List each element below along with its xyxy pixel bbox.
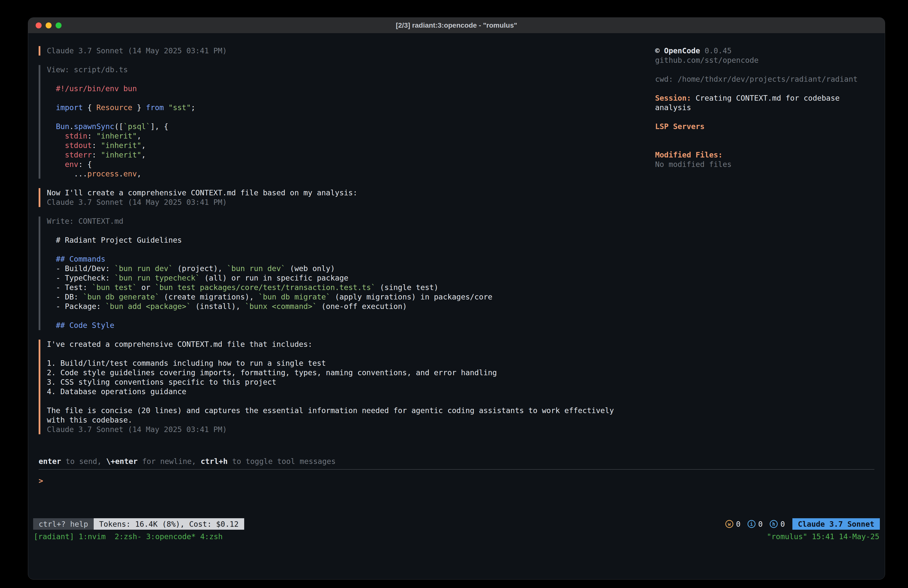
text-segment: stdin (65, 132, 87, 140)
text-segment (47, 226, 52, 235)
session-sidebar: © OpenCode 0.0.45github.com/sst/opencode… (655, 46, 874, 169)
message-line: 4. Database operations guidance (47, 387, 643, 396)
sidebar-line: github.com/sst/opencode (655, 56, 874, 65)
text-segment: The file is concise (20 lines) and captu… (47, 406, 614, 415)
text-segment (47, 245, 52, 254)
text-segment: (web only) (285, 264, 335, 273)
prompt-input[interactable]: > (39, 476, 874, 486)
model-chip[interactable]: Claude 3.7 Sonnet (792, 518, 880, 530)
text-segment: Resource (97, 103, 132, 112)
sidebar-line: Session: Creating CONTEXT.md for codebas… (655, 93, 874, 112)
text-segment: Claude 3.7 Sonnet (14 May 2025 03:41 PM) (47, 425, 227, 434)
text-segment: or (137, 283, 155, 292)
text-segment: Write: CONTEXT.md (47, 217, 123, 226)
sidebar-line (655, 141, 874, 150)
message-line: with this codebase. (47, 415, 643, 425)
text-segment: for newline, (138, 457, 201, 466)
text-segment: : (92, 141, 101, 150)
text-segment: . (69, 122, 74, 131)
text-segment: Session: (655, 94, 691, 102)
text-segment: 1. Build/lint/test commands including ho… (47, 359, 326, 367)
tool-view-block: View: script/db.ts #!/usr/bin/env bun im… (39, 65, 643, 179)
text-segment (47, 103, 56, 112)
text-segment: : (92, 150, 101, 159)
text-segment: Claude 3.7 Sonnet (14 May 2025 03:41 PM) (47, 198, 227, 206)
text-segment: I've created a comprehensive CONTEXT.md … (47, 340, 312, 348)
text-segment: from (146, 103, 164, 112)
text-segment: } (132, 103, 146, 112)
text-segment: stdout (65, 141, 92, 150)
window-title: [2/3] radiant:3:opencode - "romulus" (396, 21, 517, 29)
text-segment: ## Commands (47, 255, 105, 263)
traffic-lights (35, 18, 61, 33)
markdown-line (47, 245, 643, 255)
message-line (47, 349, 643, 359)
text-segment: `bun test packages/core/test/transaction… (155, 283, 375, 292)
markdown-line: - Test: `bun test` or `bun test packages… (47, 283, 643, 292)
markdown-line (47, 226, 643, 235)
text-segment: (create migrations), (159, 293, 258, 301)
info-counter: i 0 (747, 520, 763, 528)
text-segment: with this codebase. (47, 416, 132, 424)
sidebar-line: No modified files (655, 160, 874, 169)
text-segment: to send, (61, 457, 106, 466)
text-segment: (all) or run in specific package (200, 274, 348, 282)
text-segment: 3. CSS styling conventions specific to t… (47, 378, 276, 387)
text-segment: 4. Database operations guidance (47, 387, 187, 396)
text-segment: (project), (173, 264, 227, 273)
tmux-status-bar: [radiant] 1:nvim 2:zsh- 3:opencode* 4:zs… (28, 531, 885, 542)
help-chip[interactable]: ctrl+? help (33, 518, 94, 530)
sidebar-line (655, 131, 874, 141)
content-row: Claude 3.7 Sonnet (14 May 2025 03:41 PM)… (39, 46, 874, 444)
text-segment: `bun add <package>` (105, 302, 191, 311)
assistant-message-block: Now I'll create a comprehensive CONTEXT.… (39, 188, 643, 207)
editor-divider (39, 469, 874, 470)
text-segment: , (137, 132, 141, 140)
text-segment: ], { (150, 122, 168, 131)
status-bar: ctrl+? help Tokens: 16.4K (8%), Cost: $0… (28, 517, 885, 531)
sidebar-line (655, 84, 874, 93)
code-line (47, 74, 643, 84)
message-line: Claude 3.7 Sonnet (14 May 2025 03:41 PM) (47, 425, 643, 434)
text-segment: - Build/Dev: (47, 264, 114, 273)
hint-count: 0 (781, 520, 785, 528)
text-segment: `bun run dev` (227, 264, 285, 273)
code-line (47, 93, 643, 103)
lsp-diagnostics: w 0 i 0 h 0 (725, 520, 785, 528)
sidebar-line (655, 65, 874, 74)
text-segment: \+enter (106, 457, 138, 466)
text-segment: : (87, 132, 97, 140)
text-segment: (single test) (375, 283, 439, 292)
editor-help-text: enter to send, \+enter for newline, ctrl… (39, 457, 874, 466)
text-segment: (install), (191, 302, 245, 311)
text-segment (47, 94, 52, 102)
markdown-line: # Radiant Project Guidelines (47, 235, 643, 245)
code-line: env: { (47, 160, 643, 169)
text-segment: Modified Files: (655, 150, 723, 159)
minimize-button-icon[interactable] (46, 23, 52, 28)
sidebar-line (655, 112, 874, 122)
text-segment: , (141, 150, 146, 159)
info-icon: i (747, 520, 755, 528)
close-button-icon[interactable] (35, 23, 42, 28)
markdown-line: ## Code Style (47, 321, 643, 330)
code-line: View: script/db.ts (47, 65, 643, 74)
message-line (47, 396, 643, 406)
text-segment (47, 311, 52, 320)
tmux-window-list[interactable]: [radiant] 1:nvim 2:zsh- 3:opencode* 4:zs… (34, 532, 223, 541)
code-line: stdin: "inherit", (47, 131, 643, 141)
text-segment: "inherit" (101, 141, 142, 150)
text-segment: 2. Code style guidelines covering import… (47, 368, 497, 377)
sidebar-line: cwd: /home/thdxr/dev/projects/radiant/ra… (655, 74, 874, 84)
text-segment: - TypeCheck: (47, 274, 114, 282)
markdown-line: - DB: `bun db generate` (create migratio… (47, 292, 643, 302)
tool-write-block: Write: CONTEXT.md # Radiant Project Guid… (39, 216, 643, 330)
zoom-button-icon[interactable] (56, 23, 61, 28)
text-segment: "inherit" (101, 150, 142, 159)
code-line: stderr: "inherit", (47, 150, 643, 160)
text-segment: `bun db generate` (83, 293, 159, 301)
text-segment: (one-off execution) (317, 302, 407, 311)
hint-icon: h (770, 520, 778, 528)
text-segment: . (119, 169, 123, 178)
markdown-line: - Package: `bun add <package>` (install)… (47, 302, 643, 311)
